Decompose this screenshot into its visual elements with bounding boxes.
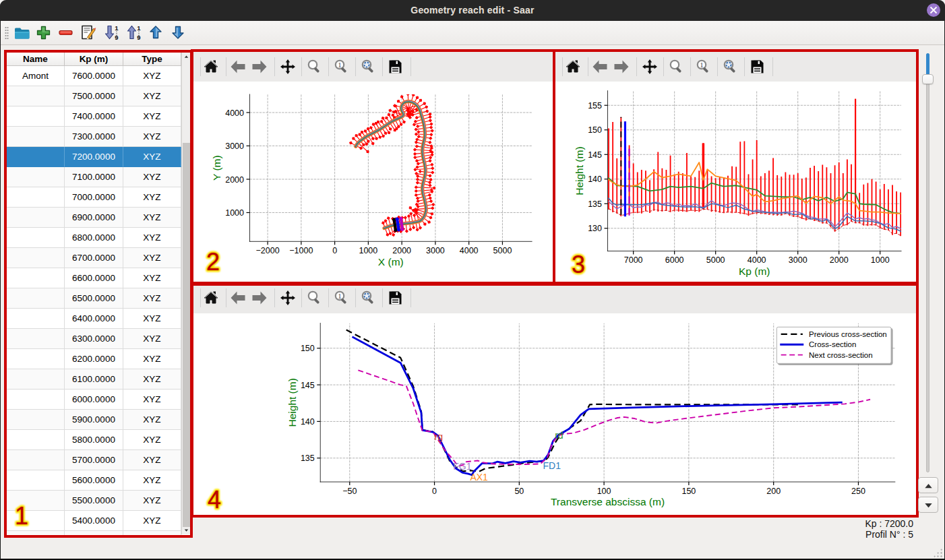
svg-text:2: 2 (206, 248, 220, 276)
svg-text:5000: 5000 (493, 246, 512, 255)
svg-text:Kp (m): Kp (m) (739, 266, 770, 277)
svg-text:140: 140 (588, 175, 602, 184)
svg-text:rg: rg (435, 431, 443, 442)
svg-text:AX1: AX1 (470, 472, 488, 483)
svg-text:FD1: FD1 (543, 460, 561, 471)
svg-text:1000: 1000 (225, 208, 244, 218)
svg-text:Cross-section: Cross-section (809, 340, 856, 348)
svg-text:150: 150 (681, 487, 696, 496)
svg-text:X (m): X (m) (378, 256, 404, 268)
svg-text:4000: 4000 (748, 255, 766, 265)
svg-text:7000: 7000 (624, 255, 643, 265)
svg-text:145: 145 (301, 381, 315, 390)
svg-text:0: 0 (332, 246, 337, 255)
svg-text:4: 4 (208, 486, 221, 514)
svg-text:140: 140 (301, 417, 315, 427)
svg-text:4000: 4000 (225, 108, 244, 118)
svg-text:3000: 3000 (225, 142, 244, 151)
svg-text:150: 150 (588, 125, 602, 135)
svg-text:1000: 1000 (359, 246, 377, 255)
svg-text:250: 250 (851, 487, 865, 496)
svg-text:Y (m): Y (m) (211, 155, 222, 181)
svg-text:Next cross-section: Next cross-section (809, 351, 873, 359)
svg-text:135: 135 (301, 454, 315, 463)
svg-text:3: 3 (572, 251, 585, 278)
svg-text:150: 150 (301, 344, 315, 353)
svg-text:−2000: −2000 (256, 246, 280, 255)
svg-text:0: 0 (432, 487, 437, 496)
svg-text:155: 155 (588, 101, 602, 111)
svg-text:135: 135 (588, 199, 602, 209)
svg-text:Previous cross-section: Previous cross-section (809, 330, 887, 338)
svg-text:100: 100 (597, 487, 611, 496)
svg-text:3000: 3000 (789, 255, 807, 265)
svg-text:Height (m): Height (m) (286, 378, 298, 427)
svg-text:1000: 1000 (871, 255, 890, 265)
svg-text:3000: 3000 (426, 246, 445, 255)
svg-text:Transverse abscissa (m): Transverse abscissa (m) (551, 496, 665, 507)
svg-text:2000: 2000 (830, 255, 849, 265)
svg-text:rd: rd (555, 430, 563, 441)
svg-text:200: 200 (766, 487, 781, 496)
svg-text:145: 145 (588, 150, 602, 160)
svg-text:FG1: FG1 (453, 461, 471, 472)
svg-text:2000: 2000 (392, 246, 411, 255)
svg-text:50: 50 (514, 487, 524, 496)
svg-text:130: 130 (588, 224, 602, 233)
svg-text:4000: 4000 (460, 246, 479, 255)
svg-text:1: 1 (15, 502, 28, 530)
svg-text:6000: 6000 (665, 255, 684, 265)
svg-text:−1000: −1000 (289, 246, 313, 255)
svg-text:Height (m): Height (m) (574, 146, 585, 195)
svg-text:5000: 5000 (706, 255, 725, 265)
svg-text:2000: 2000 (225, 175, 244, 185)
svg-text:−50: −50 (342, 487, 357, 496)
